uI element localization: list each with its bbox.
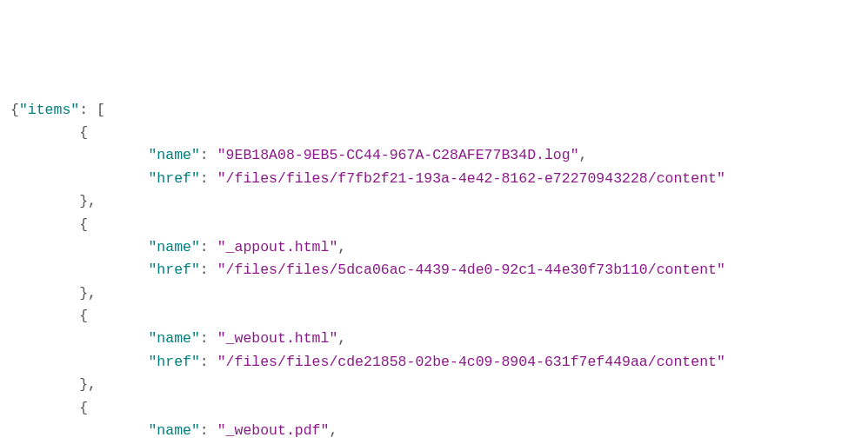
colon-0a: : xyxy=(200,147,217,163)
href-key-0: "href" xyxy=(148,170,199,187)
comma-2a: , xyxy=(337,330,346,347)
name-key-2: "name" xyxy=(148,330,199,347)
obj-open-2: { xyxy=(79,308,88,324)
colon-1b: : xyxy=(200,262,217,278)
items-key: "items" xyxy=(19,102,79,118)
colon: : xyxy=(79,102,97,118)
name-key-0: "name" xyxy=(148,147,199,163)
json-code-block: {"items": [ { "name": "9EB18A08-9EB5-CC4… xyxy=(10,99,858,444)
name-value-1: "_appout.html" xyxy=(217,239,338,255)
colon-2b: : xyxy=(200,354,217,370)
obj-open-3: { xyxy=(79,400,88,416)
href-key-2: "href" xyxy=(148,354,199,370)
name-value-0: "9EB18A08-9EB5-CC44-967A-C28AFE77B34D.lo… xyxy=(217,147,579,163)
brace-open: { xyxy=(10,102,19,118)
colon-1a: : xyxy=(200,239,217,255)
obj-close-0: }, xyxy=(79,193,97,209)
colon-2a: : xyxy=(200,330,217,347)
name-value-2: "_webout.html" xyxy=(217,330,338,347)
name-value-3: "_webout.pdf" xyxy=(217,422,330,439)
name-key-1: "name" xyxy=(148,239,199,255)
comma-0a: , xyxy=(579,147,588,163)
colon-3a: : xyxy=(200,422,217,439)
obj-close-2: }, xyxy=(79,376,97,393)
href-value-1: "/files/files/5dca06ac-4439-4de0-92c1-44… xyxy=(217,262,725,278)
bracket-open: [ xyxy=(97,102,105,118)
name-key-3: "name" xyxy=(148,422,199,439)
obj-close-1: }, xyxy=(79,285,97,302)
href-value-2: "/files/files/cde21858-02be-4c09-8904-63… xyxy=(217,354,725,370)
obj-open-0: { xyxy=(79,124,88,141)
href-key-1: "href" xyxy=(148,262,199,278)
colon-0b: : xyxy=(200,170,217,187)
comma-3a: , xyxy=(329,422,337,439)
comma-1a: , xyxy=(337,239,346,255)
href-value-0: "/files/files/f7fb2f21-193a-4e42-8162-e7… xyxy=(217,170,725,187)
obj-open-1: { xyxy=(79,216,88,233)
